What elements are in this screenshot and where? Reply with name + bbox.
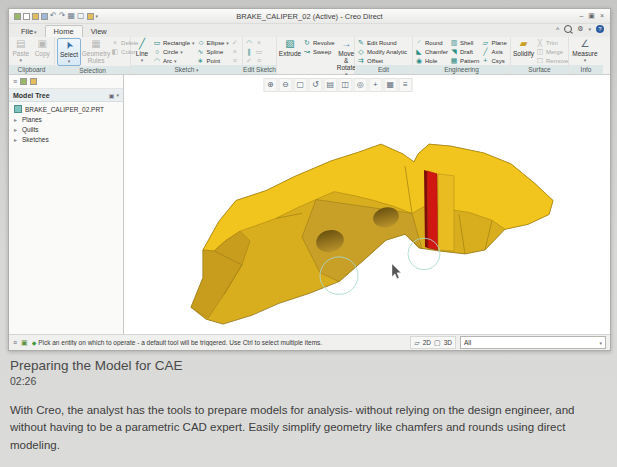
round-button[interactable]: ◜ Round <box>415 38 448 47</box>
geometry-rules-button[interactable]: ▦ Geometry Rules <box>83 38 109 64</box>
search-icon[interactable] <box>564 25 572 33</box>
sketch-group-label[interactable]: Sketch ▾ <box>131 65 242 74</box>
folder-browser-icon[interactable] <box>20 78 27 85</box>
display-style-icon[interactable]: ▤ <box>323 78 337 92</box>
capture-icon[interactable] <box>87 13 94 20</box>
zoom-out-icon[interactable]: ⊖ <box>278 78 292 92</box>
save-icon[interactable] <box>41 13 48 20</box>
shell-button[interactable]: ▥ Shell <box>450 38 479 47</box>
tree-item-sketches[interactable]: ▸ Sketches <box>14 134 123 144</box>
datum-display-icon[interactable]: ◫ <box>338 78 352 92</box>
tree-root-item[interactable]: BRAKE_CALIPER_02.PRT <box>14 104 123 114</box>
copy-button[interactable]: ▣ Copy <box>33 38 53 57</box>
tree-settings-dropdown-icon[interactable]: ▾ <box>116 92 119 98</box>
open-file-icon[interactable] <box>32 13 39 20</box>
edit-sketch-tool-2[interactable]: ∥ <box>245 47 253 56</box>
chamfer-button[interactable]: ◣ Chamfer <box>415 47 448 56</box>
3d-toggle[interactable]: 3D <box>444 339 452 346</box>
rectangle-button[interactable]: ▭ Rectangle ▾ <box>153 38 195 47</box>
expand-icon[interactable]: ▸ <box>14 136 19 143</box>
edit-round-button[interactable]: ✎ Edit Round <box>357 38 407 47</box>
expand-icon[interactable]: ▸ <box>14 126 19 133</box>
move-rotate-button[interactable]: → Move & Rotate ▾ <box>337 38 356 78</box>
sketch-extra-tool-3[interactable]: ≡ <box>231 56 239 65</box>
saved-views-icon[interactable]: ≡ <box>398 78 412 92</box>
selection-filter-combo[interactable]: All ▾ <box>460 336 606 349</box>
edit-sketch-tool-6[interactable]: ≡ <box>255 56 263 65</box>
csys-button[interactable]: + Csys <box>481 56 506 65</box>
circle-button[interactable]: ○ Circle ▾ <box>153 47 195 56</box>
line-button[interactable]: ╱ Line ▾ <box>133 38 151 64</box>
annotation-display-icon[interactable]: + <box>368 78 382 92</box>
sweep-button[interactable]: ↝ Sweep <box>303 47 335 56</box>
solidify-button[interactable]: ▰ Solidify <box>513 38 534 57</box>
select-label: Select <box>60 51 78 58</box>
restore-button[interactable]: ▣ <box>588 12 595 20</box>
section-icon[interactable]: ▦ <box>383 78 397 92</box>
edit-sketch-tool-3[interactable]: ✓ <box>245 56 253 65</box>
video-thumbnail[interactable]: ↶ ↷ ▦ ▢ ▾ BRAKE_CALIPER_02 (Active) - Cr… <box>8 8 611 351</box>
tab-view[interactable]: View <box>83 26 115 37</box>
refit-icon[interactable]: ▢ <box>293 78 307 92</box>
axis-button[interactable]: ╱ Axis <box>481 47 506 56</box>
brake-caliper-model[interactable] <box>124 75 610 334</box>
trim-button[interactable]: ╳ Trim <box>536 38 568 47</box>
close-button[interactable]: × <box>600 12 604 20</box>
select-button[interactable]: ➤ Select ▾ <box>57 38 81 66</box>
graphics-viewport[interactable]: ⊕ ⊖ ▢ ↺ ▤ ◫ ◎ + ▦ ≡ <box>124 75 610 334</box>
caliper-pillar-face[interactable] <box>438 174 454 251</box>
modify-analytic-button[interactable]: ◇ Modify Analytic <box>357 47 407 56</box>
status-tree-toggle-icon[interactable]: ≡ <box>13 339 17 346</box>
hole-button[interactable]: ◉ Hole <box>415 56 448 65</box>
favorites-icon[interactable] <box>30 78 37 85</box>
merge-button[interactable]: ◫ Merge <box>536 47 568 56</box>
app-menu-icon[interactable] <box>14 13 21 20</box>
undo-icon[interactable]: ↶ <box>50 12 57 20</box>
redo-icon[interactable]: ↷ <box>59 12 66 20</box>
tab-file[interactable]: File▾ <box>13 26 45 37</box>
gear-icon[interactable]: ⚙ <box>577 25 583 33</box>
paste-button[interactable]: ▤ Paste ▾ <box>11 38 31 64</box>
gear-dropdown-icon[interactable]: ▾ <box>588 26 591 32</box>
remove-button[interactable]: ☐ Remove <box>536 56 568 65</box>
combo-dropdown-icon[interactable]: ▾ <box>599 340 602 346</box>
edit-sketch-tool-1[interactable]: ◠ <box>245 38 253 47</box>
2d-toggle[interactable]: 2D <box>423 339 431 346</box>
qat-customize-icon[interactable]: ▾ <box>96 13 99 19</box>
extrude-button[interactable]: ▧ Extrude <box>279 38 301 57</box>
ellipse-button[interactable]: ○ Ellipse ▾ <box>197 38 229 47</box>
sketch-extra-tool-1[interactable]: ✓ <box>231 38 239 47</box>
expand-icon[interactable]: ▸ <box>14 116 19 123</box>
help-icon[interactable]: ? <box>596 25 604 33</box>
regenerate-icon[interactable]: ▦ <box>67 12 75 20</box>
draft-button[interactable]: ◥ Draft <box>450 47 479 56</box>
tree-settings-icon[interactable]: ▣ <box>109 92 115 99</box>
edit-sketch-tool-5[interactable]: ▭ <box>255 47 263 56</box>
revolve-icon: ↻ <box>303 39 311 47</box>
tree-toggle-icon[interactable]: ≡ <box>13 78 17 85</box>
tree-item-planes[interactable]: ▸ Planes <box>14 114 123 124</box>
minimize-button[interactable]: – <box>579 12 583 20</box>
windows-icon[interactable]: ▢ <box>77 12 85 20</box>
point-button[interactable]: ∗ Point <box>197 56 229 65</box>
edit-sketch-tool-4[interactable]: × <box>255 38 263 47</box>
lines-icon: ≡ <box>231 57 239 65</box>
new-file-icon[interactable] <box>23 13 30 20</box>
repaint-icon[interactable]: ↺ <box>308 78 322 92</box>
highlighted-face[interactable] <box>427 171 438 250</box>
tab-home[interactable]: Home <box>45 25 83 37</box>
perspective-icon[interactable]: ◎ <box>353 78 367 92</box>
arc-button[interactable]: ◠ Arc ▾ <box>153 56 195 65</box>
tree-item-quilts[interactable]: ▸ Quilts <box>14 124 123 134</box>
zoom-in-icon[interactable]: ⊕ <box>263 78 277 92</box>
status-browser-icon[interactable]: ▣ <box>21 339 28 347</box>
measure-button[interactable]: ∠ Measure ▾ <box>571 38 599 64</box>
spline-button[interactable]: ∿ Spline <box>197 47 229 56</box>
model-tree-minibar: ≡ <box>9 75 123 89</box>
collapse-ribbon-icon[interactable]: ^ <box>556 26 559 33</box>
revolve-button[interactable]: ↻ Revolve <box>303 38 335 47</box>
sketch-extra-tool-2[interactable]: × <box>231 47 239 56</box>
plane-button[interactable]: ▱ Plane <box>481 38 506 47</box>
pattern-button[interactable]: ▦ Pattern <box>450 56 479 65</box>
offset-button[interactable]: ⇉ Offset <box>357 56 407 65</box>
